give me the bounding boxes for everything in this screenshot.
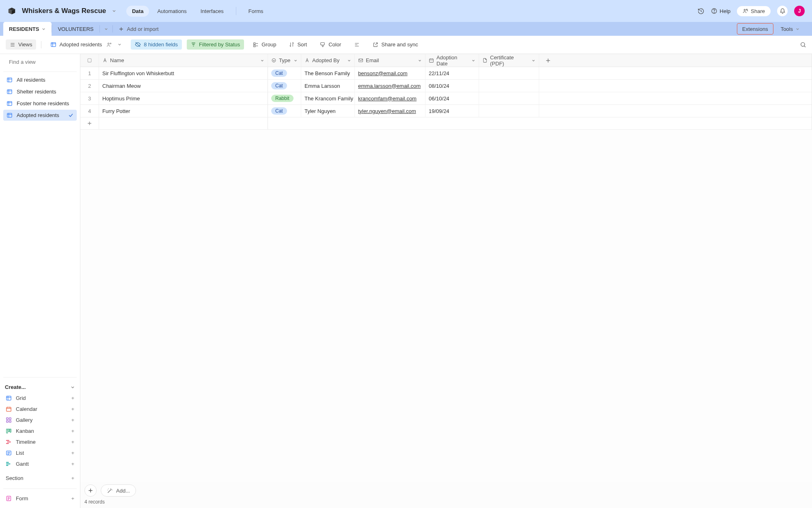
sort-button[interactable]: Sort <box>285 39 311 50</box>
create-calendar[interactable]: Calendar + <box>3 404 77 415</box>
create-section[interactable]: Section + <box>3 472 77 484</box>
cell-adoption-date[interactable]: 19/09/24 <box>425 105 479 117</box>
view-adopted-residents[interactable]: Adopted residents <box>3 110 77 121</box>
cell-adoption-date[interactable]: 08/10/24 <box>425 80 479 92</box>
column-header-adoption-date[interactable]: Adoption Date <box>425 54 479 67</box>
notifications-button[interactable] <box>777 6 788 16</box>
table-row[interactable]: 3Hoptimus PrimeRabbitThe Krancom Familyk… <box>80 92 812 105</box>
cell-type[interactable]: Cat <box>268 80 301 92</box>
cell-adopted-by[interactable]: The Krancom Family <box>301 92 355 104</box>
cell-adoption-date[interactable]: 06/10/24 <box>425 92 479 104</box>
hidden-fields-button[interactable]: 8 hidden fields <box>131 39 182 50</box>
filter-button[interactable]: Filtered by Status <box>187 39 244 50</box>
select-all-checkbox[interactable] <box>80 54 99 67</box>
views-button[interactable]: Views <box>6 39 36 50</box>
workspace-title[interactable]: Whiskers & Wags Rescue <box>22 7 106 15</box>
create-kanban[interactable]: Kanban + <box>3 426 77 436</box>
cell-type[interactable]: Cat <box>268 67 301 79</box>
table-tabs-menu[interactable] <box>100 22 112 36</box>
table-tab-residents[interactable]: RESIDENTS <box>3 22 52 36</box>
cell-name[interactable]: Chairman Meow <box>99 80 268 92</box>
nav-forms[interactable]: Forms <box>243 6 269 17</box>
view-foster-residents[interactable]: Foster home residents <box>3 98 77 109</box>
add-record-button[interactable] <box>84 484 97 497</box>
people-icon <box>106 42 112 48</box>
view-shelter-residents[interactable]: Shelter residents <box>3 86 77 97</box>
help-button[interactable]: Help <box>711 8 731 14</box>
cell-certificate[interactable] <box>479 105 539 117</box>
color-button[interactable]: Color <box>316 39 345 50</box>
cell-email[interactable]: krancomfam@email.com <box>355 92 425 104</box>
record-count: 4 records <box>80 497 812 508</box>
sort-icon <box>289 42 294 47</box>
search-records-button[interactable] <box>800 41 806 48</box>
group-button[interactable]: Group <box>249 39 280 50</box>
create-timeline[interactable]: Timeline + <box>3 436 77 447</box>
sidebar-sep <box>3 488 77 489</box>
grid-view-icon <box>6 89 13 95</box>
user-avatar[interactable]: J <box>794 6 805 16</box>
app-logo-icon[interactable] <box>7 7 16 15</box>
row-height-button[interactable] <box>350 40 364 50</box>
cell-email[interactable]: emma.larsson@email.com <box>355 80 425 92</box>
add-row-button[interactable] <box>80 117 99 129</box>
cell-adopted-by[interactable]: The Benson Family <box>301 67 355 79</box>
cell-name[interactable]: Hoptimus Prime <box>99 92 268 104</box>
current-view-button[interactable]: Adopted residents <box>46 39 126 50</box>
cell-adopted-by[interactable]: Emma Larsson <box>301 80 355 92</box>
create-label: Gallery <box>16 417 32 423</box>
create-gallery[interactable]: Gallery + <box>3 415 77 426</box>
column-header-name[interactable]: Name <box>99 54 268 67</box>
cell-type[interactable]: Rabbit <box>268 92 301 104</box>
email-link[interactable]: krancomfam@email.com <box>358 96 417 102</box>
cell-certificate[interactable] <box>479 80 539 92</box>
svg-rect-7 <box>51 43 56 47</box>
table-row[interactable]: 4Furry PotterCatTyler Nguyentyler.nguyen… <box>80 105 812 117</box>
email-link[interactable]: tyler.nguyen@email.com <box>358 108 416 114</box>
column-header-email[interactable]: Email <box>355 54 425 67</box>
create-gantt[interactable]: Gantt + <box>3 458 77 469</box>
help-label: Help <box>720 8 731 14</box>
table-row[interactable]: 2Chairman MeowCatEmma Larssonemma.larsso… <box>80 80 812 92</box>
cell-name[interactable]: Furry Potter <box>99 105 268 117</box>
history-icon[interactable] <box>698 8 704 15</box>
cell-certificate[interactable] <box>479 92 539 104</box>
share-sync-button[interactable]: Share and sync <box>369 39 422 50</box>
email-link[interactable]: bensonz@email.com <box>358 70 408 76</box>
nav-interfaces[interactable]: Interfaces <box>195 6 229 17</box>
workspace-menu-chevron-icon[interactable] <box>112 9 117 13</box>
table-tab-volunteers[interactable]: VOLUNTEERS <box>52 22 99 36</box>
create-list[interactable]: List + <box>3 447 77 458</box>
type-pill: Cat <box>271 107 287 115</box>
plus-icon: + <box>71 450 74 456</box>
email-link[interactable]: emma.larsson@email.com <box>358 83 421 89</box>
cell-type[interactable]: Cat <box>268 105 301 117</box>
create-section-toggle[interactable]: Create... <box>3 382 77 393</box>
tools-button[interactable]: Tools <box>776 22 805 36</box>
cell-adopted-by[interactable]: Tyler Nguyen <box>301 105 355 117</box>
cell-name[interactable]: Sir Fluffington von Whiskerbutt <box>99 67 268 79</box>
row-number: 2 <box>80 80 99 92</box>
column-header-type[interactable]: Type <box>268 54 301 67</box>
cell-email[interactable]: bensonz@email.com <box>355 67 425 79</box>
nav-automations[interactable]: Automations <box>151 6 192 17</box>
cell-email[interactable]: tyler.nguyen@email.com <box>355 105 425 117</box>
cell-adoption-date[interactable]: 22/11/24 <box>425 67 479 79</box>
view-all-residents[interactable]: All residents <box>3 74 77 85</box>
extensions-button[interactable]: Extensions <box>737 23 773 35</box>
add-column-button[interactable] <box>539 54 557 67</box>
nav-data[interactable]: Data <box>126 6 149 17</box>
find-view-input[interactable] <box>9 59 77 65</box>
create-form[interactable]: Form + <box>3 493 77 504</box>
create-grid[interactable]: Grid + <box>3 393 77 404</box>
svg-rect-11 <box>254 43 255 44</box>
cell-certificate[interactable] <box>479 67 539 79</box>
add-or-import-button[interactable]: Add or import <box>113 22 164 36</box>
share-button[interactable]: Share <box>737 6 771 16</box>
column-header-adopted-by[interactable]: Adopted By <box>301 54 355 67</box>
table-row[interactable]: 1Sir Fluffington von WhiskerbuttCatThe B… <box>80 67 812 80</box>
create-label: Timeline <box>16 439 36 445</box>
view-label: Adopted residents <box>17 112 59 118</box>
add-magic-button[interactable]: Add... <box>101 484 136 497</box>
column-header-certificate[interactable]: Certificate (PDF) <box>479 54 539 67</box>
